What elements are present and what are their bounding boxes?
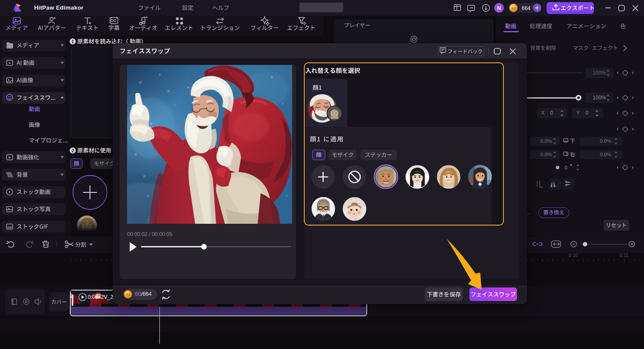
svg-text:AI: AI bbox=[126, 292, 130, 297]
